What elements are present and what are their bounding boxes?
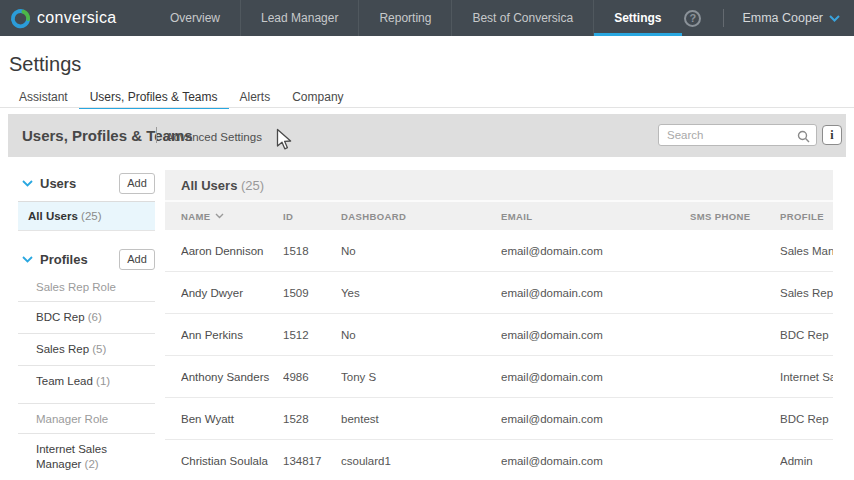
advanced-settings-link[interactable]: Advanced Settings [166, 131, 262, 143]
cell-id: 1528 [283, 413, 341, 425]
tabs-bottom-border [0, 107, 854, 108]
search-box [658, 124, 817, 146]
conversica-swirl-icon [10, 8, 31, 29]
nav-divider [723, 9, 724, 27]
sidebar-gap [18, 231, 155, 246]
table-row[interactable]: Anthony Sanders 4986 Tony S email@domain… [165, 356, 833, 398]
top-nav-bar: conversica Overview Lead Manager Reporti… [0, 0, 854, 36]
add-profile-button[interactable]: Add [119, 249, 155, 270]
group-label-manager-role: Manager Role [18, 403, 155, 433]
sidebar-item-bdc-rep[interactable]: BDC Rep (6) [18, 301, 155, 333]
user-name: Emma Cooper [742, 11, 823, 25]
item-label: Team Lead [36, 375, 93, 387]
cell-email: email@domain.com [501, 287, 690, 299]
table-header-row: NAME ID DASHBOARD EMAIL SMS PHONE PROFIL… [165, 202, 833, 230]
table-title: All Users (25) [165, 170, 833, 202]
main-nav: Overview Lead Manager Reporting Best of … [150, 0, 682, 36]
item-label: Sales Rep [36, 343, 89, 355]
table-row[interactable]: Aaron Dennison 1518 No email@domain.com … [165, 230, 833, 272]
tab-users-profiles-teams[interactable]: Users, Profiles & Teams [79, 86, 229, 108]
cell-dashboard: bentest [341, 413, 501, 425]
section-toolbar: Users, Profiles & Teams Advanced Setting… [8, 114, 846, 157]
nav-item-reporting[interactable]: Reporting [358, 0, 451, 36]
sidebar-item-sales-rep[interactable]: Sales Rep (5) [18, 333, 155, 365]
title-separator [156, 127, 157, 143]
tab-assistant[interactable]: Assistant [8, 86, 79, 108]
item-label: BDC Rep [36, 311, 85, 323]
chevron-down-icon [829, 15, 840, 22]
cell-name: Andy Dwyer [181, 287, 283, 299]
cell-name: Ann Perkins [181, 329, 283, 341]
cell-dashboard: Tony S [341, 371, 501, 383]
cell-profile: BDC Rep [780, 413, 833, 425]
help-icon[interactable]: ? [684, 10, 701, 27]
cell-name: Christian Soulala [181, 455, 283, 467]
nav-item-best-of-conversica[interactable]: Best of Conversica [451, 0, 593, 36]
cell-email: email@domain.com [501, 413, 690, 425]
users-table: All Users (25) NAME ID DASHBOARD EMAIL S… [165, 170, 833, 480]
table-row[interactable]: Ann Perkins 1512 No email@domain.com BDC… [165, 314, 833, 356]
table-row[interactable]: Christian Soulala 134817 csoulard1 email… [165, 440, 833, 480]
item-count: (6) [88, 311, 102, 323]
nav-right: ? Emma Cooper [684, 0, 854, 36]
column-header-sms-phone[interactable]: SMS PHONE [690, 211, 780, 222]
cell-profile: Sales Manager [780, 245, 833, 257]
cell-email: email@domain.com [501, 245, 690, 257]
nav-item-lead-manager[interactable]: Lead Manager [240, 0, 358, 36]
nav-item-overview[interactable]: Overview [150, 0, 240, 36]
info-button[interactable]: i [822, 125, 842, 145]
profiles-section-title: Profiles [40, 252, 119, 267]
cell-email: email@domain.com [501, 329, 690, 341]
group-label-sales-rep-role: Sales Rep Role [18, 272, 155, 301]
cell-dashboard: csoulard1 [341, 455, 501, 467]
add-user-button[interactable]: Add [119, 173, 155, 194]
sidebar-item-all-users[interactable]: All Users (25) [18, 201, 155, 231]
profiles-section-header: Profiles Add [18, 246, 155, 272]
header-label: NAME [181, 211, 211, 222]
table-row[interactable]: Ben Wyatt 1528 bentest email@domain.com … [165, 398, 833, 440]
cell-id: 1509 [283, 287, 341, 299]
sidebar: Users Add All Users (25) Profiles Add Sa… [18, 170, 155, 480]
cell-email: email@domain.com [501, 455, 690, 467]
cell-profile: Internet Sales Manager [780, 371, 833, 383]
nav-item-settings[interactable]: Settings [593, 0, 681, 36]
item-count: (1) [96, 375, 110, 387]
users-section-title: Users [40, 176, 119, 191]
settings-tabs: Assistant Users, Profiles & Teams Alerts… [8, 86, 355, 108]
column-header-profile[interactable]: PROFILE [780, 211, 833, 222]
user-menu[interactable]: Emma Cooper [742, 11, 840, 25]
cell-id: 1518 [283, 245, 341, 257]
column-header-id[interactable]: ID [283, 211, 341, 222]
cell-name: Ben Wyatt [181, 413, 283, 425]
tab-company[interactable]: Company [281, 86, 354, 108]
brand-name: conversica [37, 9, 116, 27]
column-header-email[interactable]: EMAIL [501, 211, 690, 222]
cell-profile: BDC Rep [780, 329, 833, 341]
all-users-count: (25) [81, 210, 101, 222]
cell-id: 4986 [283, 371, 341, 383]
table-row[interactable]: Andy Dwyer 1509 Yes email@domain.com Sal… [165, 272, 833, 314]
column-header-dashboard[interactable]: DASHBOARD [341, 211, 501, 222]
all-users-label: All Users [28, 210, 78, 222]
conversica-logo[interactable]: conversica [10, 0, 116, 36]
search-icon[interactable] [797, 129, 810, 147]
cell-dashboard: No [341, 329, 501, 341]
cell-profile: Admin [780, 455, 833, 467]
sidebar-item-internet-sales-manager[interactable]: Internet Sales Manager (2) [18, 433, 155, 480]
search-input[interactable] [667, 125, 792, 145]
cell-email: email@domain.com [501, 371, 690, 383]
table-title-label: All Users [181, 178, 237, 193]
chevron-down-icon[interactable] [22, 180, 33, 187]
sidebar-item-team-lead[interactable]: Team Lead (1) [18, 365, 155, 397]
page-title: Settings [9, 53, 81, 76]
tab-alerts[interactable]: Alerts [229, 86, 282, 108]
cell-dashboard: Yes [341, 287, 501, 299]
item-count: (2) [85, 458, 99, 470]
cell-id: 134817 [283, 455, 341, 467]
item-count: (5) [92, 343, 106, 355]
column-header-name[interactable]: NAME [181, 211, 283, 222]
users-section-header: Users Add [18, 170, 155, 196]
chevron-down-icon[interactable] [22, 256, 33, 263]
cell-name: Anthony Sanders [181, 371, 283, 383]
table-title-count: (25) [241, 178, 264, 193]
